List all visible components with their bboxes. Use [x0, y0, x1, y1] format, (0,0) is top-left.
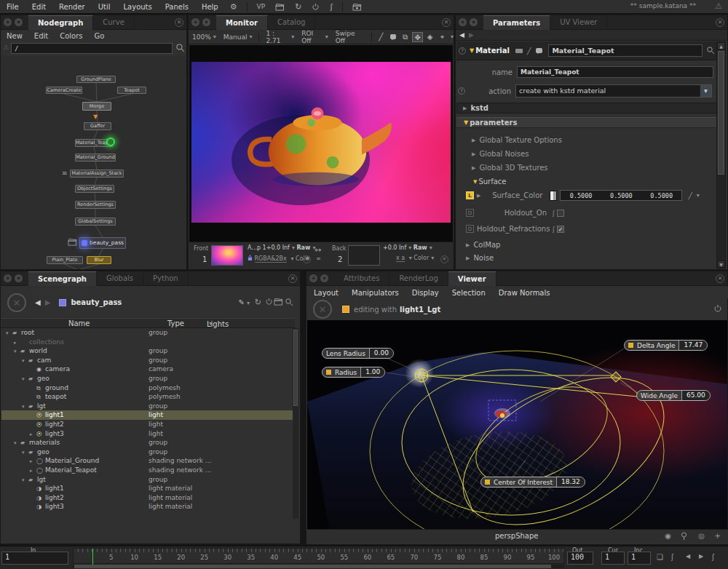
in-field[interactable]: 1	[1, 552, 68, 565]
clear-icon[interactable]: ✕	[7, 293, 26, 312]
manipulator-value[interactable]: 17.47	[678, 340, 707, 351]
color-values[interactable]: 0.5000 0.5000 0.5000	[560, 190, 682, 201]
section-kstd[interactable]: ▶ kstd	[456, 103, 717, 114]
back-mix[interactable]: x a ▾ Color▾	[396, 255, 434, 261]
local-badge[interactable]: L	[466, 191, 474, 199]
forward-icon[interactable]: ▶	[469, 31, 474, 39]
slate-icon[interactable]	[274, 298, 283, 307]
expression-icon[interactable]: ʃ	[553, 210, 555, 217]
menu-help[interactable]: Help	[195, 0, 225, 14]
menu-file[interactable]: File	[0, 0, 25, 14]
manipulator-value[interactable]: 1.00	[360, 367, 384, 378]
node-cameracreate[interactable]: CameraCreate	[46, 87, 82, 94]
node-search-input[interactable]	[11, 43, 173, 54]
tag-icon[interactable]	[515, 47, 523, 55]
color-swatch[interactable]	[550, 191, 557, 201]
pixel-probe-icon[interactable]: ╱	[376, 32, 387, 42]
add-icon[interactable]: +	[715, 532, 721, 540]
menu-render[interactable]: Render	[52, 0, 92, 14]
nodegraph-menu-edit[interactable]: Edit	[28, 32, 54, 40]
playhead[interactable]	[92, 549, 93, 565]
refresh-icon[interactable]: ↻	[255, 298, 261, 307]
node-name-input[interactable]	[548, 44, 703, 57]
node-teapot[interactable]: Teapot	[117, 87, 146, 94]
gear-icon[interactable]: ⚙	[225, 0, 242, 14]
pane-menu-icon[interactable]: ▾	[202, 18, 210, 26]
pane-menu-icon[interactable]: ▾	[15, 18, 23, 26]
manipulator-value[interactable]: 0.00	[369, 348, 393, 359]
tab-parameters[interactable]: Parameters	[483, 15, 550, 30]
pane-menu-icon[interactable]: ▾	[15, 274, 23, 282]
nodegraph-menu-go[interactable]: Go	[89, 32, 111, 40]
prev-frame-icon[interactable]: ◀	[686, 553, 690, 560]
close-icon[interactable]: ✕	[175, 18, 183, 27]
name-input[interactable]	[517, 66, 713, 78]
tree-row-light1[interactable]: ⦿light1light	[1, 410, 295, 420]
scrollbar[interactable]: ▲ ▼	[716, 41, 726, 268]
tree-row-light3[interactable]: ◑light3light material	[1, 502, 295, 512]
link-icon[interactable]: ∞	[316, 255, 321, 262]
scroll-down-icon[interactable]: ▼	[717, 260, 725, 268]
menu-layouts[interactable]: Layouts	[117, 0, 159, 14]
light-pin-icon[interactable]	[681, 532, 687, 542]
pane-add-icon[interactable]: +	[459, 18, 467, 26]
manipulator-center-of-interest[interactable]: Center Of Interest18.32	[480, 477, 585, 488]
nodegraph-canvas[interactable]: GroundPlaneCameraCreateTeapotMergeGaffer…	[1, 56, 186, 269]
inc-field[interactable]: 1	[628, 552, 651, 565]
section-global-noises[interactable]: ▶Global Noises	[472, 150, 529, 158]
nodegraph-menu-colors[interactable]: Colors	[54, 32, 88, 40]
eye-icon[interactable]: ◉	[665, 532, 671, 540]
node-globalsettings[interactable]: GlobalSettings	[75, 218, 116, 226]
tab-curve[interactable]: Curve	[93, 15, 135, 30]
default-badge[interactable]: D	[466, 225, 474, 233]
tree-row-collections[interactable]: ▸collections	[1, 338, 295, 347]
holdout-refractions-checkbox[interactable]: ✓	[557, 226, 564, 233]
expand-icon[interactable]: ▼	[470, 47, 474, 54]
tree-row-geo[interactable]: ▾▰geogroup	[1, 374, 295, 383]
node-gaffer[interactable]: Gaffer	[84, 122, 111, 130]
tab-nodegraph[interactable]: Nodegraph	[28, 15, 93, 30]
next-frame-icon[interactable]: ▶	[699, 553, 703, 560]
viewer-viewport[interactable]: Lens Radius0.00Radius1.00Delta Angle17.4…	[307, 320, 727, 529]
holdout-on-checkbox[interactable]	[557, 210, 564, 217]
search-icon[interactable]	[285, 298, 293, 308]
tree-row-root[interactable]: ▾▰rootgroup	[1, 328, 295, 338]
render-settings-icon[interactable]	[347, 0, 367, 14]
tree-row-lgt[interactable]: ▾▰lgtgroup	[1, 475, 295, 485]
warning-icon[interactable]: ⚠	[715, 1, 722, 11]
aperture-icon[interactable]: ◎	[698, 532, 705, 540]
close-icon[interactable]: ✕	[716, 18, 724, 27]
out-field[interactable]: 100	[567, 552, 593, 565]
tab-python[interactable]: Python	[143, 271, 189, 286]
help-icon[interactable]: ?	[458, 87, 465, 95]
chevron-down-icon[interactable]: ▾	[451, 33, 454, 40]
column-type[interactable]: Type	[167, 319, 184, 327]
tab-globals[interactable]: Globals	[97, 271, 143, 286]
tree-row-light2[interactable]: ⦿light2light	[1, 420, 295, 429]
chevron-down-icon[interactable]: ▾	[700, 85, 711, 97]
front-channels[interactable]: RGBA&2Bx ▾ Col✱	[248, 255, 309, 262]
node-objectsettings[interactable]: ObjectSettings	[75, 185, 114, 193]
power-icon[interactable]	[713, 304, 722, 314]
collapsed-icon[interactable]: ▶	[477, 193, 480, 199]
tab-catalog[interactable]: Catalog	[268, 15, 315, 30]
tab-monitor[interactable]: Monitor	[216, 15, 268, 30]
tree-row-camera[interactable]: ◉cameracamera	[1, 365, 295, 374]
tree-row-material-ground[interactable]: ▸◯Material_Groundshading network ...	[1, 456, 295, 466]
section-surface[interactable]: ▼Surface	[472, 178, 507, 186]
node-groundplane[interactable]: GroundPlane	[76, 76, 116, 83]
front-thumbnail[interactable]	[211, 245, 243, 266]
default-badge[interactable]: D	[466, 209, 474, 217]
menu-panels[interactable]: Panels	[159, 0, 195, 14]
pane-add-icon[interactable]: +	[4, 274, 12, 282]
viewer-menu-draw-normals[interactable]: Draw Normals	[492, 289, 557, 297]
search-icon[interactable]	[706, 46, 715, 56]
tree-row-cam[interactable]: ▾▰camgroup	[1, 356, 295, 365]
tab-uv-viewer[interactable]: UV Viewer	[550, 15, 607, 30]
action-select[interactable]: create with kstd material ▾	[515, 84, 712, 98]
front-exposure[interactable]: A...p 1+0.0 Inf▾ Raw▾	[248, 244, 315, 251]
power-icon[interactable]	[265, 298, 273, 307]
manipulator-radius[interactable]: Radius1.00	[322, 367, 385, 378]
tree-row-world[interactable]: ▾▰worldgroup	[1, 346, 295, 356]
slate-icon[interactable]	[270, 0, 290, 14]
